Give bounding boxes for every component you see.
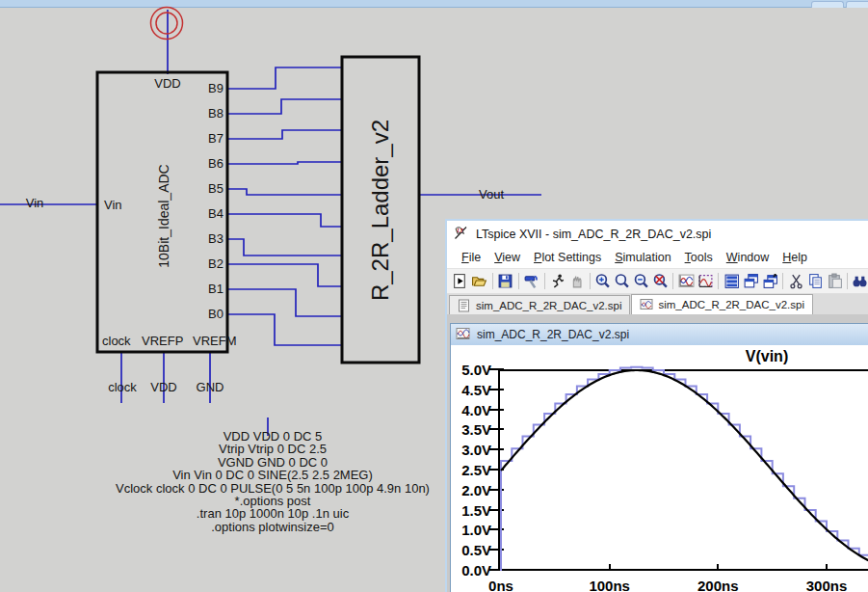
tb-open-button[interactable] [470,271,489,291]
tb-tile-horizontal-button[interactable] [722,271,741,291]
waveform-icon [640,298,653,311]
schematic-wire[interactable] [227,314,342,345]
schematic-wire[interactable] [227,99,342,114]
zoom-in-icon [594,273,611,289]
y-tick-label: 0.5V [447,542,491,558]
schematic-wire[interactable] [227,239,342,256]
spice-line[interactable]: Vclock clock 0 DC 0 PULSE(0 5 5n 100p 10… [107,482,438,495]
adc-symbol-name: 10Bit_Ideal_ADC [156,164,171,267]
ltspice-logo-icon: LT [453,226,469,243]
tb-zoom-out-button[interactable] [632,271,651,291]
paste-icon [827,273,843,289]
toolbar-separator [718,273,719,289]
menu-view[interactable]: View [487,249,527,266]
adc-pin-b0-label: B0 [189,307,224,321]
adc-pin-b2-label: B2 [189,256,224,271]
traces-svg[interactable] [499,368,868,577]
ladder-symbol-name: R_2R_Ladder_v2 [367,120,394,301]
autorange-icon [697,273,714,289]
adc-pin-vin-label: Vin [104,198,122,212]
schematic-wire[interactable] [227,189,342,195]
schematic-wire[interactable] [227,289,342,316]
cascade-restore-icon [762,273,778,289]
pan-icon [568,273,585,289]
run-icon [452,273,468,289]
tb-save-button[interactable] [496,271,515,291]
menu-bar: FileViewPlot SettingsSimulationToolsWind… [447,247,868,268]
zoom-out-icon [633,273,649,289]
tb-zoom-full-button[interactable] [650,271,670,291]
spice-line[interactable]: *.options post [107,495,438,507]
tb-zoom-area-button[interactable] [613,271,632,291]
schematic-wire[interactable] [227,214,342,227]
spice-line[interactable]: Vin Vin 0 DC 0 SINE(2.5 2.5 2MEG) [107,469,438,481]
net-label-vdd: VDD [142,380,186,394]
tb-find-button[interactable] [851,271,868,291]
toolbar [447,268,868,294]
toolbar-separator [544,273,545,289]
trace-dac-staircase[interactable] [501,367,868,571]
spice-line[interactable]: VGND GND 0 DC 0 [107,456,438,469]
svg-text:LT: LT [456,227,463,232]
tb-autorange-button[interactable] [696,271,715,291]
ltspice-window: LT LTspice XVII - sim_ADC_R_2R_DAC_v2.sp… [445,219,868,592]
document-tab-bar: sim_ADC_R_2R_DAC_v2.spisim_ADC_R_2R_DAC_… [447,294,868,314]
menu-simulation[interactable]: Simulation [608,249,677,266]
toolbar-separator [782,273,783,289]
tb-pan-button[interactable] [567,271,587,291]
adc-pin-b5-label: B5 [189,181,224,196]
spice-line[interactable]: Vtrip Vtrip 0 DC 2.5 [107,443,438,455]
tile-horizontal-icon [723,273,740,289]
tb-cascade-button[interactable] [741,271,760,291]
adc-pin-b4-label: B4 [189,206,224,221]
adc-pin-b3-label: B3 [189,231,224,246]
trace-vin-sine[interactable] [501,370,868,562]
tb-run-button[interactable] [451,271,470,291]
tb-cascade-restore-button[interactable] [760,271,779,291]
schematic-wire[interactable] [227,130,342,139]
spice-line[interactable]: .tran 10p 1000n 10p .1n uic [107,507,438,520]
highlight-marker-inner [156,13,177,34]
spice-directives[interactable]: VDD VDD 0 DC 5Vtrip Vtrip 0 DC 2.5VGND G… [107,430,438,533]
waveform-icon [678,273,695,289]
screenshot-root: VDD Vin 10Bit_Ideal_ADC B9B8B7B6B5B4B3B2… [0,0,868,592]
x-tick-label: 100ns [581,578,639,592]
open-icon [471,273,487,289]
window-titlebar[interactable]: LT LTspice XVII - sim_ADC_R_2R_DAC_v2.sp… [447,221,868,247]
tb-cut-button[interactable] [786,271,805,291]
y-tick-label: 5.0V [447,362,491,378]
tb-waveform-button[interactable] [676,271,696,291]
y-tick-label: 2.0V [447,482,491,498]
spice-line[interactable]: .options plotwinsize=0 [107,521,438,533]
y-tick-label: 0.0V [447,562,491,579]
halt-icon [549,273,566,289]
mdi-client-area: sim_ADC_R_2R_DAC_v2.spi V(vin) 5.0V4.5V4… [447,314,868,592]
menu-window[interactable]: Window [720,249,776,266]
menu-plot-settings[interactable]: Plot Settings [527,249,608,266]
tb-paste-button[interactable] [825,271,844,291]
tb-halt-button[interactable] [548,271,567,291]
adc-pin-b9-label: B9 [189,81,224,95]
menu-file[interactable]: File [455,249,487,266]
y-tick-label: 1.0V [447,522,491,538]
adc-pin-clock-label: clock [102,334,131,348]
waveform-plot-area[interactable]: V(vin) 5.0V4.5V4.0V3.5V3.0V2.5V2.0V1.5V1… [451,345,868,592]
cascade-icon [743,273,759,289]
waveform-window-titlebar[interactable]: sim_ADC_R_2R_DAC_v2.spi [451,324,868,345]
tb-zoom-in-button[interactable] [593,271,613,291]
copy-icon [807,273,824,289]
zoom-full-icon [652,273,669,289]
schematic-wire[interactable] [227,162,342,164]
tb-control-panel-button[interactable] [522,271,541,291]
trace-label[interactable]: V(vin) [723,348,810,365]
schematic-wire[interactable] [227,264,342,286]
menu-help[interactable]: Help [776,249,814,266]
document-tab-2-active[interactable]: sim_ADC_R_2R_DAC_v2.spi [631,294,812,314]
toolbar-separator [518,273,519,289]
tb-copy-button[interactable] [805,271,825,291]
document-tab-1[interactable]: sim_ADC_R_2R_DAC_v2.spi [449,295,630,314]
menu-tools[interactable]: Tools [678,249,720,266]
spice-line[interactable]: VDD VDD 0 DC 5 [107,430,438,443]
schematic-wire[interactable] [227,67,342,89]
waveform-window-title: sim_ADC_R_2R_DAC_v2.spi [477,328,629,341]
